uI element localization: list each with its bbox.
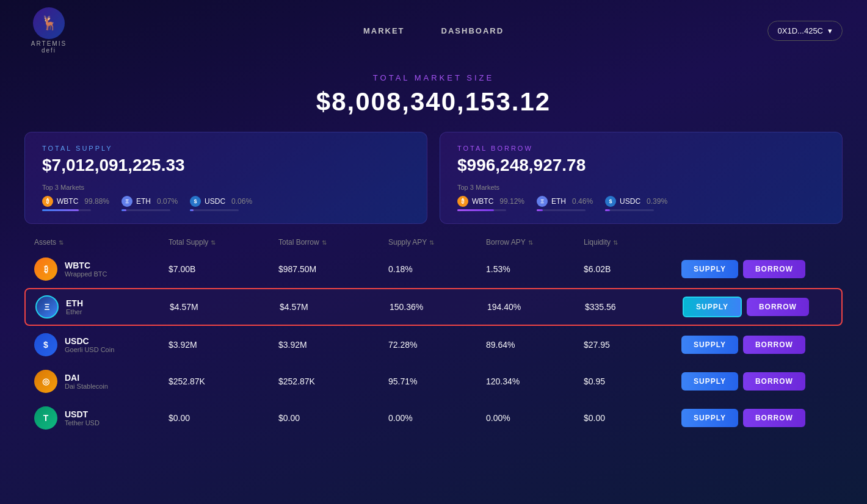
wbtc-name: WBTC: [65, 261, 107, 270]
usdt-sub: Tether USD: [65, 419, 100, 427]
usdt-icon: T: [34, 406, 57, 430]
usdt-liquidity: $0.00: [584, 413, 681, 423]
eth-supply-pct: 0.07%: [157, 197, 178, 206]
supply-market-eth: Ξ ETH 0.07%: [122, 196, 178, 211]
eth-borrow-icon: Ξ: [537, 196, 548, 207]
usdt-supply-apy: 0.00%: [388, 413, 486, 423]
eth-icon: Ξ: [35, 295, 59, 319]
wbtc-supply-button[interactable]: SUPPLY: [681, 260, 738, 278]
dai-supply-button[interactable]: SUPPLY: [681, 372, 738, 391]
supply-markets-row: ₿ WBTC 99.88% Ξ ETH 0.07% $ USDC 0.06%: [42, 196, 410, 211]
dai-total-supply: $252.87K: [169, 376, 278, 386]
usdc-total-supply: $3.92M: [169, 340, 278, 350]
supply-card: TOTAL SUPPLY $7,012,091,225.33 Top 3 Mar…: [24, 132, 427, 224]
supply-market-usdc: $ USDC 0.06%: [190, 196, 252, 211]
wbtc-borrow-icon: ₿: [457, 196, 468, 207]
asset-info-usdc: $ USDC Goerli USD Coin: [34, 333, 169, 356]
wallet-button[interactable]: 0X1D...425C ▾: [767, 21, 843, 41]
borrow-markets-row: ₿ WBTC 99.12% Ξ ETH 0.46% $ USDC 0.39%: [457, 196, 825, 211]
total-market-label: TOTAL MARKET SIZE: [0, 73, 867, 82]
usdc-name: USDC: [65, 336, 114, 346]
assets-table: Assets ⇅ Total Supply ⇅ Total Borrow ⇅ S…: [24, 233, 843, 436]
usdc-sub: Goerli USD Coin: [65, 346, 114, 353]
eth-liquidity: $335.56: [585, 302, 683, 312]
eth-total-supply: $4.57M: [170, 302, 280, 312]
wallet-chevron: ▾: [828, 26, 832, 35]
dai-total-borrow: $252.87K: [278, 376, 388, 386]
usdt-borrow-button[interactable]: BORROW: [743, 409, 805, 427]
header: 🦌 ARTEMISdefi MARKET DASHBOARD 0X1D...42…: [0, 0, 867, 61]
usdc-supply-name: USDC: [205, 197, 225, 206]
asset-info-wbtc: ₿ WBTC Wrapped BTC: [34, 257, 169, 281]
hero-section: TOTAL MARKET SIZE $8,008,340,153.12: [0, 61, 867, 126]
usdc-borrow-pct: 0.39%: [647, 197, 667, 206]
supply-top-markets-label: Top 3 Markets: [42, 184, 410, 191]
asset-info-dai: ◎ DAI Dai Stablecoin: [34, 370, 169, 393]
wbtc-total-borrow: $987.50M: [278, 264, 388, 274]
nav-dashboard[interactable]: DASHBOARD: [441, 26, 504, 35]
usdc-actions: SUPPLY BORROW: [681, 336, 833, 354]
eth-actions: SUPPLY BORROW: [683, 297, 832, 317]
wbtc-borrow-pct: 99.12%: [499, 197, 524, 206]
col-supply-apy[interactable]: Supply APY ⇅: [388, 238, 486, 247]
usdt-actions: SUPPLY BORROW: [681, 409, 833, 427]
table-row: Ξ ETH Ether $4.57M $4.57M 150.36% 194.40…: [24, 288, 843, 326]
eth-supply-button[interactable]: SUPPLY: [683, 297, 742, 317]
borrow-market-eth: Ξ ETH 0.46%: [537, 196, 593, 211]
borrow-top-markets-label: Top 3 Markets: [457, 184, 825, 191]
table-row: $ USDC Goerli USD Coin $3.92M $3.92M 72.…: [24, 327, 843, 362]
usdc-borrow-icon: $: [605, 196, 616, 207]
stats-row: TOTAL SUPPLY $7,012,091,225.33 Top 3 Mar…: [24, 132, 843, 224]
usdt-total-borrow: $0.00: [278, 413, 388, 423]
logo: 🦌 ARTEMISdefi: [24, 7, 73, 54]
eth-borrow-apy: 194.40%: [487, 302, 585, 312]
usdc-icon: $: [34, 333, 57, 356]
usdc-borrow-button[interactable]: BORROW: [743, 336, 805, 354]
eth-supply-name: ETH: [136, 197, 151, 206]
usdt-supply-button[interactable]: SUPPLY: [681, 409, 738, 427]
usdt-total-supply: $0.00: [169, 413, 278, 423]
col-total-borrow[interactable]: Total Borrow ⇅: [278, 238, 388, 247]
usdc-supply-pct: 0.06%: [231, 197, 252, 206]
eth-borrow-pct: 0.46%: [572, 197, 593, 206]
wallet-address: 0X1D...425C: [778, 26, 823, 35]
col-borrow-apy[interactable]: Borrow APY ⇅: [486, 238, 584, 247]
wbtc-borrow-name: WBTC: [472, 197, 493, 206]
usdc-total-borrow: $3.92M: [278, 340, 388, 350]
table-row: T USDT Tether USD $0.00 $0.00 0.00% 0.00…: [24, 400, 843, 436]
wbtc-supply-name: WBTC: [57, 197, 78, 206]
wbtc-borrow-button[interactable]: BORROW: [743, 260, 805, 278]
dai-icon: ◎: [34, 370, 57, 393]
total-market-value: $8,008,340,153.12: [0, 87, 867, 117]
col-assets[interactable]: Assets ⇅: [34, 238, 169, 247]
dai-liquidity: $0.95: [584, 376, 681, 386]
usdc-borrow-name: USDC: [620, 197, 640, 206]
table-row: ₿ WBTC Wrapped BTC $7.00B $987.50M 0.18%…: [24, 251, 843, 287]
eth-borrow-name: ETH: [551, 197, 566, 206]
logo-text: ARTEMISdefi: [31, 40, 67, 54]
dai-borrow-button[interactable]: BORROW: [743, 372, 805, 391]
borrow-card: TOTAL BORROW $996,248,927.78 Top 3 Marke…: [440, 132, 843, 224]
usdc-borrow-apy: 89.64%: [486, 340, 584, 350]
eth-total-borrow: $4.57M: [280, 302, 390, 312]
usdc-supply-button[interactable]: SUPPLY: [681, 336, 738, 354]
supply-title: TOTAL SUPPLY: [42, 145, 410, 152]
table-row: ◎ DAI Dai Stablecoin $252.87K $252.87K 9…: [24, 364, 843, 399]
nav: MARKET DASHBOARD: [363, 26, 504, 35]
logo-icon: 🦌: [33, 7, 65, 39]
usdt-name: USDT: [65, 409, 100, 419]
col-actions: [681, 238, 833, 247]
wbtc-total-supply: $7.00B: [169, 264, 278, 274]
eth-borrow-button[interactable]: BORROW: [747, 298, 809, 316]
col-total-supply[interactable]: Total Supply ⇅: [169, 238, 278, 247]
usdt-borrow-apy: 0.00%: [486, 413, 584, 423]
col-liquidity[interactable]: Liquidity ⇅: [584, 238, 681, 247]
wbtc-supply-icon: ₿: [42, 196, 53, 207]
dai-actions: SUPPLY BORROW: [681, 372, 833, 391]
table-header: Assets ⇅ Total Supply ⇅ Total Borrow ⇅ S…: [24, 233, 843, 251]
wbtc-icon: ₿: [34, 257, 57, 281]
eth-supply-apy: 150.36%: [390, 302, 487, 312]
supply-market-wbtc: ₿ WBTC 99.88%: [42, 196, 109, 211]
eth-sub: Ether: [66, 308, 83, 315]
nav-market[interactable]: MARKET: [363, 26, 405, 35]
